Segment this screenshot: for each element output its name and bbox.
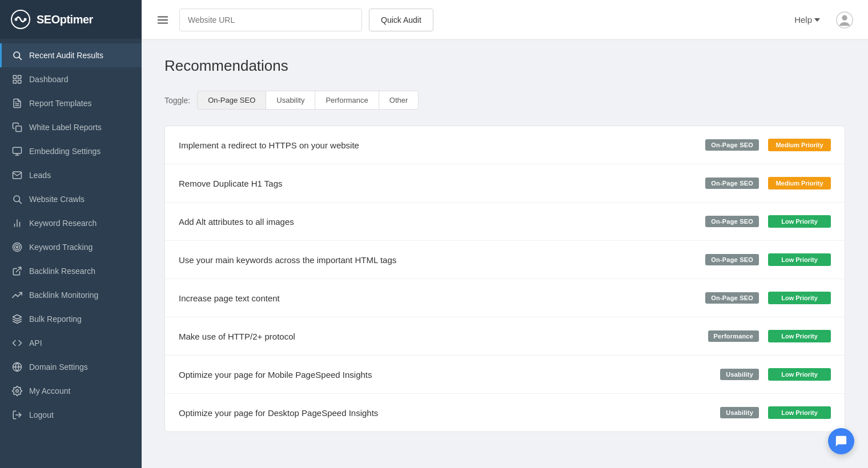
svg-rect-6	[18, 75, 21, 78]
svg-line-23	[17, 267, 21, 272]
svg-rect-8	[18, 80, 21, 83]
user-account-button[interactable]	[833, 8, 857, 32]
tab-on-page-seo[interactable]: On-Page SEO	[198, 91, 266, 109]
chat-bubble-button[interactable]	[828, 428, 854, 454]
sidebar-item-label: Bulk Reporting	[29, 314, 82, 324]
sidebar-item-report-templates[interactable]: Report Templates	[0, 91, 142, 115]
recommendation-text: Optimize your page for Mobile PageSpeed …	[179, 370, 711, 380]
grid-icon	[12, 74, 22, 84]
logo-text: SEOptimer	[37, 13, 93, 26]
svg-rect-11	[16, 126, 22, 132]
header: Quick Audit Help	[142, 0, 868, 40]
sidebar-item-label: White Label Reports	[29, 123, 102, 132]
content-area: Recommendations Toggle: On-Page SEOUsabi…	[142, 40, 868, 468]
sidebar-item-label: Backlink Research	[29, 267, 95, 276]
main-area: Quick Audit Help Recommendations Toggle:…	[142, 0, 868, 468]
sidebar-item-label: Keyword Tracking	[29, 243, 93, 252]
sidebar-item-my-account[interactable]: My Account	[0, 379, 142, 403]
sidebar-item-label: Report Templates	[29, 99, 91, 108]
search-icon	[12, 194, 22, 204]
sidebar-item-keyword-tracking[interactable]: Keyword Tracking	[0, 235, 142, 259]
sidebar-item-label: My Account	[29, 386, 70, 396]
tab-other[interactable]: Other	[379, 91, 419, 109]
recommendation-item: Use your main keywords across the import…	[165, 241, 845, 279]
sidebar-item-label: Embedding Settings	[29, 147, 101, 156]
svg-point-22	[17, 247, 18, 248]
svg-point-2	[24, 18, 27, 21]
url-input[interactable]	[179, 9, 362, 31]
sidebar-item-dashboard[interactable]: Dashboard	[0, 67, 142, 91]
recommendation-text: Make use of HTTP/2+ protocol	[179, 332, 699, 341]
category-badge: Usability	[720, 369, 759, 380]
page-title: Recommendations	[164, 57, 845, 75]
sidebar-item-recent-audit[interactable]: Recent Audit Results	[0, 43, 142, 67]
category-badge: On-Page SEO	[705, 139, 759, 151]
sidebar-item-logout[interactable]: Logout	[0, 403, 142, 427]
sidebar-item-backlink-research[interactable]: Backlink Research	[0, 259, 142, 283]
sidebar-item-label: Recent Audit Results	[29, 51, 103, 60]
sidebar-item-website-crawls[interactable]: Website Crawls	[0, 187, 142, 211]
sidebar-item-white-label[interactable]: White Label Reports	[0, 115, 142, 139]
sidebar-item-bulk-reporting[interactable]: Bulk Reporting	[0, 307, 142, 331]
category-badge: On-Page SEO	[705, 254, 759, 265]
recommendation-item: Optimize your page for Desktop PageSpeed…	[165, 394, 845, 431]
sidebar-item-leads[interactable]: Leads	[0, 163, 142, 187]
trending-up-icon	[12, 290, 22, 300]
logo: SEOptimer	[0, 0, 142, 39]
log-out-icon	[12, 410, 22, 420]
svg-marker-24	[13, 315, 22, 320]
svg-point-27	[16, 390, 19, 393]
mail-icon	[12, 170, 22, 180]
svg-point-1	[15, 18, 18, 21]
recommendation-text: Increase page text content	[179, 293, 696, 303]
recommendation-text: Implement a redirect to HTTPS on your we…	[179, 140, 696, 150]
sidebar-item-api[interactable]: API	[0, 331, 142, 355]
priority-badge: Low Priority	[768, 330, 831, 342]
globe-icon	[12, 362, 22, 372]
hamburger-button[interactable]	[153, 10, 172, 30]
svg-rect-5	[13, 75, 16, 78]
recommendation-text: Use your main keywords across the import…	[179, 255, 696, 265]
sidebar-item-keyword-research[interactable]: Keyword Research	[0, 211, 142, 235]
tab-performance[interactable]: Performance	[315, 91, 379, 109]
external-link-icon	[12, 266, 22, 276]
priority-badge: Low Priority	[768, 253, 831, 266]
svg-line-4	[19, 57, 21, 59]
tab-usability[interactable]: Usability	[266, 91, 315, 109]
sidebar-item-backlink-monitoring[interactable]: Backlink Monitoring	[0, 283, 142, 307]
layers-icon	[12, 314, 22, 324]
sidebar-nav: Recent Audit Results Dashboard Report Te…	[0, 39, 142, 468]
target-icon	[12, 242, 22, 252]
toggle-row: Toggle: On-Page SEOUsabilityPerformanceO…	[164, 91, 845, 110]
priority-badge: Medium Priority	[768, 139, 831, 151]
recommendation-item: Add Alt attributes to all images On-Page…	[165, 203, 845, 241]
recommendation-item: Optimize your page for Mobile PageSpeed …	[165, 356, 845, 394]
sidebar-item-embedding[interactable]: Embedding Settings	[0, 139, 142, 163]
svg-line-16	[19, 201, 21, 203]
sidebar-item-label: Backlink Monitoring	[29, 291, 98, 300]
sidebar: SEOptimer Recent Audit Results Dashboard…	[0, 0, 142, 468]
sidebar-item-label: Domain Settings	[29, 362, 88, 372]
search-icon	[12, 50, 22, 60]
category-badge: On-Page SEO	[705, 177, 759, 189]
sidebar-item-label: Dashboard	[29, 75, 69, 84]
quick-audit-button[interactable]: Quick Audit	[369, 9, 433, 31]
category-badge: On-Page SEO	[705, 292, 759, 304]
monitor-icon	[12, 146, 22, 156]
svg-marker-32	[814, 18, 820, 22]
category-badge: On-Page SEO	[705, 216, 759, 227]
category-badge: Performance	[708, 330, 759, 342]
recommendation-item: Implement a redirect to HTTPS on your we…	[165, 126, 845, 164]
help-button[interactable]: Help	[789, 11, 826, 28]
priority-badge: Low Priority	[768, 292, 831, 304]
recommendation-item: Increase page text content On-Page SEO L…	[165, 279, 845, 317]
logo-icon	[10, 9, 31, 30]
sidebar-item-label: API	[29, 338, 42, 348]
recommendation-text: Add Alt attributes to all images	[179, 217, 696, 227]
toggle-tabs: On-Page SEOUsabilityPerformanceOther	[197, 91, 419, 110]
recommendation-text: Optimize your page for Desktop PageSpeed…	[179, 408, 711, 418]
file-text-icon	[12, 98, 22, 108]
svg-rect-12	[13, 147, 22, 154]
sidebar-item-domain-settings[interactable]: Domain Settings	[0, 355, 142, 379]
priority-badge: Low Priority	[768, 368, 831, 381]
